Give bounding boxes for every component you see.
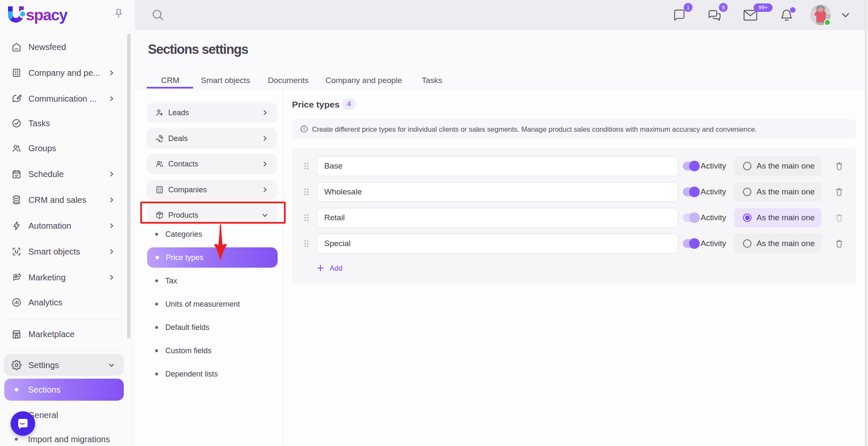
- svg-text:spacy: spacy: [26, 6, 67, 24]
